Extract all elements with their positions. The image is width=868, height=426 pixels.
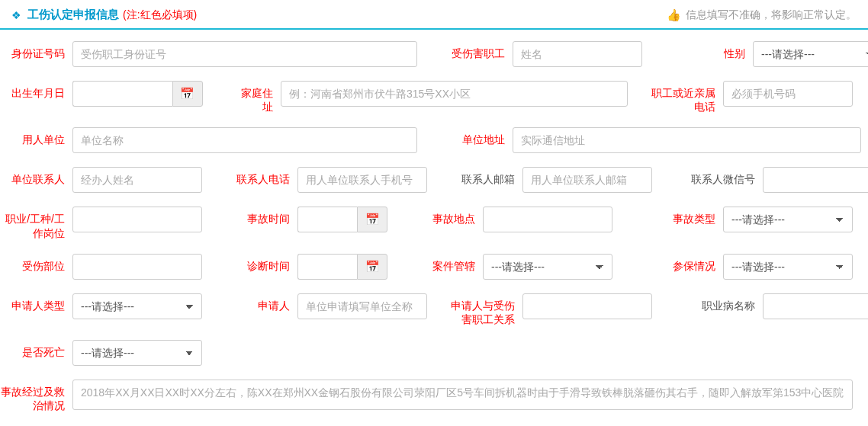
- header-title: 工伤认定申报信息: [27, 8, 119, 22]
- label-homeaddr: 家庭住址: [233, 81, 281, 114]
- calendar-icon[interactable]: 📅: [357, 207, 387, 232]
- select-isdead[interactable]: ---请选择---: [72, 340, 202, 366]
- warning-text: 信息填写不准确，将影响正常认定。: [686, 8, 857, 22]
- input-contactphone[interactable]: [297, 167, 427, 193]
- select-casejurisdiction[interactable]: ---请选择---: [483, 254, 612, 280]
- input-applicantrelation[interactable]: [522, 293, 652, 319]
- label-idcard: 身份证号码: [0, 41, 72, 60]
- input-diseasename[interactable]: [763, 293, 868, 319]
- input-accidentplace[interactable]: [483, 207, 612, 232]
- input-homeaddr[interactable]: [281, 81, 628, 107]
- input-birth[interactable]: [72, 81, 172, 107]
- form-body: 身份证号码 受伤害职工 性别 ---请选择--- 出生年月日 📅 家庭住址: [0, 30, 868, 413]
- label-diagnosistime: 诊断时间: [225, 254, 297, 273]
- select-applicanttype[interactable]: ---请选择---: [72, 293, 202, 319]
- label-applicantrelation: 申请人与受伤害职工关系: [450, 293, 522, 326]
- label-contactphone: 联系人电话: [225, 167, 297, 186]
- label-occupation: 职业/工种/工作岗位: [0, 207, 72, 239]
- input-relphone[interactable]: [723, 81, 853, 107]
- label-casejurisdiction: 案件管辖: [410, 254, 483, 273]
- select-accidenttype[interactable]: ---请选择---: [723, 207, 853, 232]
- input-idcard[interactable]: [72, 41, 417, 67]
- label-injurypart: 受伤部位: [0, 254, 72, 273]
- form-header: ❖ 工伤认定申报信息 (注:红色必填项) 👍 信息填写不准确，将影响正常认定。: [0, 0, 868, 30]
- label-insurance: 参保情况: [651, 254, 723, 273]
- input-diagnosistime[interactable]: [297, 254, 357, 280]
- input-unitaddr[interactable]: [513, 127, 861, 153]
- textarea-process[interactable]: [72, 380, 853, 410]
- label-process: 事故经过及救治情况: [0, 380, 72, 412]
- label-gender: 性别: [680, 41, 753, 60]
- label-birth: 出生年月日: [0, 81, 72, 100]
- header-warning: 👍 信息填写不准确，将影响正常认定。: [667, 8, 857, 22]
- input-applicant[interactable]: [297, 293, 427, 319]
- calendar-icon[interactable]: 📅: [172, 81, 203, 107]
- label-accidenttime: 事故时间: [225, 207, 297, 226]
- input-contactemail[interactable]: [522, 167, 652, 193]
- calendar-icon[interactable]: 📅: [357, 254, 387, 280]
- header-required-note: (注:红色必填项): [123, 8, 197, 22]
- label-unitaddr: 单位地址: [440, 127, 513, 146]
- input-accidenttime[interactable]: [297, 207, 357, 232]
- thumbs-up-icon: 👍: [667, 8, 681, 22]
- label-contactemail: 联系人邮箱: [450, 167, 522, 186]
- input-unitcontact[interactable]: [72, 167, 202, 193]
- select-gender[interactable]: ---请选择---: [753, 41, 868, 67]
- label-isdead: 是否死亡: [0, 340, 72, 359]
- gear-icon: ❖: [11, 9, 21, 21]
- input-occupation[interactable]: [72, 207, 202, 232]
- label-unitcontact: 单位联系人: [0, 167, 72, 186]
- label-name: 受伤害职工: [440, 41, 513, 60]
- label-accidenttype: 事故类型: [651, 207, 723, 226]
- input-employer[interactable]: [72, 127, 417, 153]
- label-applicanttype: 申请人类型: [0, 293, 72, 312]
- label-contactwechat: 联系人微信号: [690, 167, 763, 186]
- input-name[interactable]: [513, 41, 642, 67]
- input-contactwechat[interactable]: [763, 167, 868, 193]
- label-accidentplace: 事故地点: [410, 207, 483, 226]
- select-insurance[interactable]: ---请选择---: [723, 254, 853, 280]
- label-employer: 用人单位: [0, 127, 72, 146]
- label-relphone: 职工或近亲属电话: [651, 81, 723, 114]
- label-diseasename: 职业病名称: [690, 293, 763, 312]
- label-applicant: 申请人: [225, 293, 297, 312]
- input-injurypart[interactable]: [72, 254, 202, 280]
